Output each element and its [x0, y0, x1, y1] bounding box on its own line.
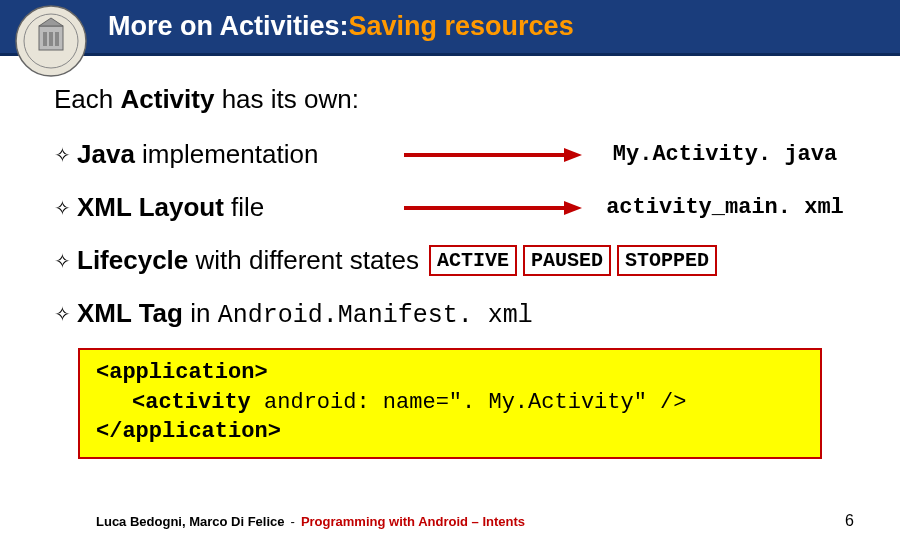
- life-rest: with different states: [188, 245, 419, 275]
- item-rest: implementation: [135, 139, 319, 169]
- code-line-3: </application>: [96, 417, 804, 447]
- item-row-java: ✧ Java implementation My.Activity. java: [54, 139, 846, 170]
- item-row-xml: ✧ XML Layout file activity_main. xml: [54, 192, 846, 223]
- bullet-java: ✧ Java implementation: [54, 139, 384, 170]
- title-white: More on Activities:: [108, 11, 349, 42]
- state-paused: PAUSED: [523, 245, 611, 276]
- diamond-icon: ✧: [54, 249, 71, 273]
- rhs-xml: activity_main. xml: [604, 195, 846, 220]
- diamond-icon: ✧: [54, 302, 71, 326]
- mono-text: activity_main. xml: [606, 195, 844, 220]
- code-line-2: <activity android: name=". My.Activity" …: [96, 388, 804, 418]
- diamond-icon: ✧: [54, 196, 71, 220]
- state-boxes: ACTIVE PAUSED STOPPED: [429, 245, 717, 276]
- diamond-icon: ✧: [54, 143, 71, 167]
- item-rest: file: [224, 192, 264, 222]
- code-line-1: <application>: [96, 358, 804, 388]
- xmltag-bold: XML Tag: [77, 298, 183, 328]
- page-number: 6: [845, 512, 854, 530]
- svg-rect-4: [49, 32, 53, 46]
- lead-bold: Activity: [121, 84, 215, 114]
- svg-rect-5: [55, 32, 59, 46]
- item-bold: Java: [77, 139, 135, 169]
- lead-suffix: has its own:: [214, 84, 359, 114]
- lifecycle-text: ✧ Lifecycle with different states: [54, 245, 419, 276]
- life-bold: Lifecycle: [77, 245, 188, 275]
- footer-authors: Luca Bedogni, Marco Di Felice: [96, 514, 285, 529]
- mono-text: My.Activity. java: [613, 142, 837, 167]
- footer-dash: -: [291, 514, 295, 529]
- state-active: ACTIVE: [429, 245, 517, 276]
- svg-rect-3: [43, 32, 47, 46]
- xmltag-mono: Android.Manifest. xml: [218, 301, 533, 330]
- slide-footer: Luca Bedogni, Marco Di Felice - Programm…: [0, 512, 900, 530]
- slide-body: Each Activity has its own: ✧ Java implem…: [0, 56, 900, 459]
- lead-prefix: Each: [54, 84, 121, 114]
- xmltag-row: ✧ XML Tag in Android.Manifest. xml: [54, 298, 846, 330]
- svg-marker-9: [564, 201, 582, 215]
- title-orange: Saving resources: [349, 11, 574, 42]
- university-seal: [14, 4, 88, 78]
- code-box: <application> <activity android: name=".…: [78, 348, 822, 459]
- xmltag-rest: in: [183, 298, 218, 328]
- bullet-xml: ✧ XML Layout file: [54, 192, 384, 223]
- item-bold: XML Layout: [77, 192, 224, 222]
- slide-header: More on Activities: Saving resources: [0, 0, 900, 56]
- arrow-icon: [384, 146, 604, 164]
- footer-course: Programming with Android – Intents: [301, 514, 525, 529]
- svg-marker-7: [564, 148, 582, 162]
- rhs-java: My.Activity. java: [604, 142, 846, 167]
- lifecycle-row: ✧ Lifecycle with different states ACTIVE…: [54, 245, 846, 276]
- lead-line: Each Activity has its own:: [54, 84, 846, 115]
- arrow-icon: [384, 199, 604, 217]
- state-stopped: STOPPED: [617, 245, 717, 276]
